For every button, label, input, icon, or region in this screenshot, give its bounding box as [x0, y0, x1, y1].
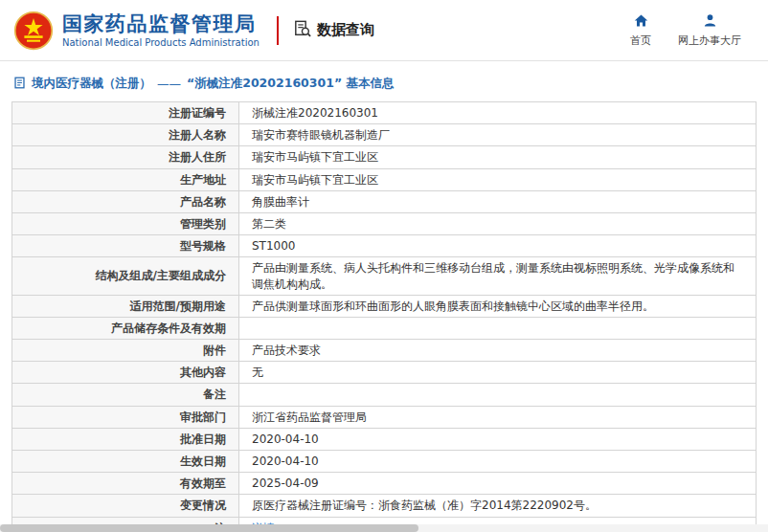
- field-label: 管理类别: [12, 212, 239, 234]
- breadcrumb-section[interactable]: 境内医疗器械（注册）: [32, 76, 151, 92]
- field-value: 产品由测量系统、病人头托构件和三维移动台组成，测量系统由视标照明系统、光学成像系…: [239, 257, 757, 295]
- breadcrumb: 境内医疗器械（注册） —— “浙械注准20202160301” 基本信息: [0, 61, 768, 101]
- field-value: 2020-04-10: [239, 428, 757, 450]
- field-label: 审批部门: [12, 406, 239, 428]
- document-icon: [13, 77, 26, 92]
- table-row: 注册人名称瑞安市赛特眼镜机器制造厂: [12, 124, 757, 146]
- scrollbar-thumb[interactable]: [0, 524, 418, 532]
- org-name-cn: 国家药品监督管理局: [62, 12, 260, 35]
- nav-home[interactable]: 首页: [630, 13, 651, 48]
- field-value: 浙江省药品监督管理局: [239, 406, 757, 428]
- field-value: 2025-04-09: [239, 473, 757, 495]
- field-value: 2020-04-10: [239, 451, 757, 473]
- person-icon: [703, 13, 717, 31]
- table-row: 适用范围/预期用途产品供测量球面形和环曲面形的人眼角膜表面和接触镜中心区域的曲率…: [12, 295, 757, 317]
- home-icon: [634, 13, 648, 31]
- site-header: 国家药品监督管理局 National Medical Products Admi…: [0, 0, 768, 60]
- field-value: 浙械注准20202160301: [239, 102, 757, 124]
- table-row: 生产地址瑞安市马屿镇下宜工业区: [12, 168, 757, 190]
- field-label: 型号规格: [12, 235, 239, 257]
- table-row: 注册人住所瑞安市马屿镇下宜工业区: [12, 146, 757, 168]
- table-row: 管理类别第二类: [12, 212, 757, 234]
- field-value: 瑞安市马屿镇下宜工业区: [239, 146, 757, 168]
- table-row: 备注: [12, 384, 757, 406]
- field-value: 第二类: [239, 212, 757, 234]
- data-query-icon: [294, 20, 311, 41]
- table-row: 批准日期2020-04-10: [12, 428, 757, 450]
- field-label: 生效日期: [12, 451, 239, 473]
- nav-online-hall-label: 网上办事大厅: [678, 33, 741, 48]
- nav-data-query[interactable]: 数据查询: [294, 20, 374, 41]
- data-query-label: 数据查询: [317, 21, 374, 39]
- field-label: 注册证编号: [12, 102, 239, 124]
- field-value: 瑞安市马屿镇下宜工业区: [239, 168, 757, 190]
- table-row: 生效日期2020-04-10: [12, 451, 757, 473]
- nav-home-label: 首页: [630, 33, 651, 48]
- field-label: 备注: [12, 384, 239, 406]
- field-label: 注册人住所: [12, 146, 239, 168]
- field-label: 变更情况: [12, 495, 239, 517]
- brand-text: 国家药品监督管理局 National Medical Products Admi…: [62, 12, 260, 48]
- field-value: ST1000: [239, 235, 757, 257]
- table-row: 注册证编号浙械注准20202160301: [12, 102, 757, 124]
- field-label: 结构及组成/主要组成成分: [12, 257, 239, 295]
- table-row: 其他内容无: [12, 362, 757, 384]
- table-row: 审批部门浙江省药品监督管理局: [12, 406, 757, 428]
- field-label: 批准日期: [12, 428, 239, 450]
- field-label: 其他内容: [12, 362, 239, 384]
- field-label: 产品名称: [12, 190, 239, 212]
- field-label: 产品储存条件及有效期: [12, 317, 239, 339]
- page-title: “浙械注准20202160301” 基本信息: [187, 76, 394, 92]
- table-row: 有效期至2025-04-09: [12, 473, 757, 495]
- org-name-en: National Medical Products Administration: [62, 37, 260, 48]
- nav-online-hall[interactable]: 网上办事大厅: [678, 13, 741, 48]
- table-row: 产品储存条件及有效期: [12, 317, 757, 339]
- field-value: 原医疗器械注册证编号：浙食药监械（准）字2014第2220902号。: [239, 495, 757, 517]
- breadcrumb-separator: ——: [157, 77, 181, 91]
- field-value: [239, 384, 757, 406]
- field-value: 产品供测量球面形和环曲面形的人眼角膜表面和接触镜中心区域的曲率半径用。: [239, 295, 757, 317]
- table-row: 结构及组成/主要组成成分产品由测量系统、病人头托构件和三维移动台组成，测量系统由…: [12, 257, 757, 295]
- field-label: 注册人名称: [12, 124, 239, 146]
- field-value: 无: [239, 362, 757, 384]
- field-label: 有效期至: [12, 473, 239, 495]
- registration-info-table: 注册证编号浙械注准20202160301注册人名称瑞安市赛特眼镜机器制造厂注册人…: [11, 101, 757, 532]
- table-row: 产品名称角膜曲率计: [12, 190, 757, 212]
- field-value: 角膜曲率计: [239, 190, 757, 212]
- table-row: 变更情况原医疗器械注册证编号：浙食药监械（准）字2014第2220902号。: [12, 495, 757, 517]
- red-divider: [277, 16, 279, 45]
- field-value: [239, 317, 757, 339]
- horizontal-scrollbar: [0, 524, 768, 532]
- national-emblem-logo: [13, 11, 54, 51]
- field-label: 适用范围/预期用途: [12, 295, 239, 317]
- table-row: 附件产品技术要求: [12, 340, 757, 362]
- top-nav: 首页 网上办事大厅: [630, 13, 741, 48]
- field-label: 生产地址: [12, 168, 239, 190]
- field-label: 附件: [12, 340, 239, 362]
- field-value: 瑞安市赛特眼镜机器制造厂: [239, 124, 757, 146]
- table-row: 型号规格ST1000: [12, 235, 757, 257]
- field-value: 产品技术要求: [239, 340, 757, 362]
